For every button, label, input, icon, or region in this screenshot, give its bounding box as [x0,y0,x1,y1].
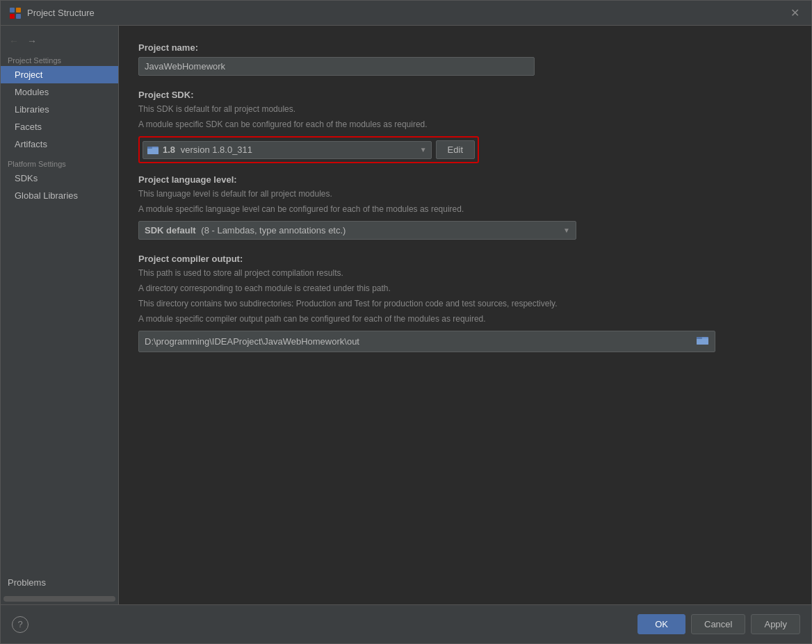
compiler-output-value: D:\programming\IDEAProject\JavaWebHomewo… [145,336,694,347]
sdk-desc2: A module specific SDK can be configured … [138,118,792,131]
project-settings-label: Project Settings [1,53,118,66]
sidebar-item-libraries[interactable]: Libraries [1,101,118,118]
nav-arrows: ← → [1,31,118,53]
svg-rect-3 [16,14,21,19]
compiler-output-folder-icon[interactable] [697,335,709,348]
ok-button[interactable]: OK [638,614,685,634]
right-panel: Project name: Project SDK: This SDK is d… [119,26,811,604]
project-structure-dialog: Project Structure ✕ ← → Project Settings… [0,0,812,644]
sidebar-item-artifacts[interactable]: Artifacts [1,135,118,153]
sidebar-item-modules[interactable]: Modules [1,83,118,101]
sidebar-item-facets[interactable]: Facets [1,118,118,135]
sdk-version-text: 1.8 version 1.8.0_311 [163,145,417,155]
help-button[interactable]: ? [12,616,29,633]
project-name-label: Project name: [138,42,792,53]
svg-rect-9 [697,337,702,339]
lang-desc2: A module specific language level can be … [138,203,792,215]
sdk-edit-button[interactable]: Edit [436,140,475,159]
svg-rect-2 [10,14,15,19]
lang-section-title: Project language level: [138,174,792,185]
cancel-button[interactable]: Cancel [691,614,745,634]
svg-rect-8 [697,338,708,345]
language-level-text: SDK default (8 - Lambdas, type annotatio… [145,225,560,236]
sdk-folder-icon [147,145,159,156]
sdk-dropdown[interactable]: 1.8 version 1.8.0_311 ▼ [143,141,432,159]
svg-rect-1 [16,8,21,13]
compiler-section-title: Project compiler output: [138,254,792,264]
main-content: ← → Project Settings Project Modules Lib… [1,26,811,604]
compiler-desc4: A module specific compiler output path c… [138,313,792,325]
lang-desc1: This language level is default for all p… [138,188,792,200]
sidebar-item-project[interactable]: Project [1,66,118,83]
compiler-desc1: This path is used to store all project c… [138,267,792,279]
title-bar: Project Structure ✕ [1,1,811,26]
back-button[interactable]: ← [6,34,22,48]
svg-rect-6 [147,147,152,149]
sdk-desc1: This SDK is default for all project modu… [138,103,792,115]
sidebar-item-problems[interactable]: Problems [1,572,118,593]
sdk-selector-row: 1.8 version 1.8.0_311 ▼ Edit [138,136,479,163]
sidebar-item-sdks[interactable]: SDKs [1,170,118,187]
app-icon [9,7,22,19]
sidebar-item-global-libraries[interactable]: Global Libraries [1,187,118,204]
bottom-left: ? [12,616,29,633]
apply-button[interactable]: Apply [751,614,800,634]
language-level-dropdown[interactable]: SDK default (8 - Lambdas, type annotatio… [138,221,576,240]
close-button[interactable]: ✕ [786,5,803,22]
compiler-output-field: D:\programming\IDEAProject\JavaWebHomewo… [138,331,715,352]
forward-button[interactable]: → [24,34,40,48]
sdk-dropdown-arrow-icon: ▼ [420,146,427,154]
project-name-input[interactable] [138,57,535,76]
sdk-section-title: Project SDK: [138,90,792,100]
svg-rect-5 [147,148,159,154]
platform-settings-label: Platform Settings [1,153,118,170]
svg-rect-0 [10,8,15,13]
sidebar-scrollbar[interactable] [3,596,115,602]
compiler-desc3: This directory contains two subdirectori… [138,297,792,310]
compiler-desc2: A directory corresponding to each module… [138,282,792,295]
bottom-bar: ? OK Cancel Apply [1,604,811,643]
title-bar-left: Project Structure [9,7,95,19]
sidebar: ← → Project Settings Project Modules Lib… [1,26,119,604]
lang-dropdown-arrow-icon: ▼ [563,226,570,234]
dialog-title: Project Structure [27,8,95,18]
bottom-right: OK Cancel Apply [638,614,800,634]
